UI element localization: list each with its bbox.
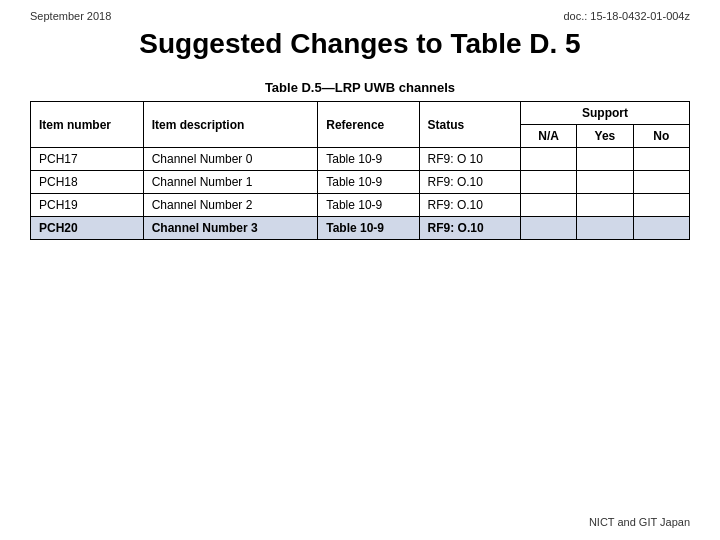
table-caption-area: Table D.5—LRP UWB channels: [30, 80, 690, 95]
cell-na: [520, 148, 576, 171]
table-body: PCH17Channel Number 0Table 10-9RF9: O 10…: [31, 148, 690, 240]
cell-reference: Table 10-9: [318, 148, 419, 171]
cell-status: RF9: O.10: [419, 171, 520, 194]
header-date: September 2018: [30, 10, 111, 22]
cell-item-number: PCH20: [31, 217, 144, 240]
cell-item-number: PCH17: [31, 148, 144, 171]
col-yes: Yes: [577, 125, 633, 148]
table-row: PCH20Channel Number 3Table 10-9RF9: O.10: [31, 217, 690, 240]
cell-na: [520, 217, 576, 240]
table-row: PCH18Channel Number 1Table 10-9RF9: O.10: [31, 171, 690, 194]
cell-item-desc: Channel Number 0: [143, 148, 318, 171]
table-row: PCH19Channel Number 2Table 10-9RF9: O.10: [31, 194, 690, 217]
col-no: No: [633, 125, 689, 148]
cell-na: [520, 171, 576, 194]
col-item-desc: Item description: [143, 102, 318, 148]
table-caption: Table D.5—LRP UWB channels: [265, 80, 455, 95]
cell-no: [633, 148, 689, 171]
cell-reference: Table 10-9: [318, 217, 419, 240]
col-support: Support: [520, 102, 689, 125]
cell-yes: [577, 217, 633, 240]
table-row: PCH17Channel Number 0Table 10-9RF9: O 10: [31, 148, 690, 171]
cell-status: RF9: O.10: [419, 194, 520, 217]
cell-item-number: PCH19: [31, 194, 144, 217]
cell-no: [633, 217, 689, 240]
header-row-support: Item number Item description Reference S…: [31, 102, 690, 125]
cell-yes: [577, 148, 633, 171]
col-na: N/A: [520, 125, 576, 148]
page-title: Suggested Changes to Table D. 5: [30, 28, 690, 60]
header: September 2018 doc.: 15-18-0432-01-004z: [30, 10, 690, 22]
cell-reference: Table 10-9: [318, 194, 419, 217]
cell-na: [520, 194, 576, 217]
col-status: Status: [419, 102, 520, 148]
col-item-number: Item number: [31, 102, 144, 148]
cell-item-desc: Channel Number 3: [143, 217, 318, 240]
cell-yes: [577, 171, 633, 194]
footer: NICT and GIT Japan: [589, 516, 690, 528]
cell-status: RF9: O 10: [419, 148, 520, 171]
cell-reference: Table 10-9: [318, 171, 419, 194]
cell-no: [633, 171, 689, 194]
header-doc: doc.: 15-18-0432-01-004z: [563, 10, 690, 22]
cell-yes: [577, 194, 633, 217]
col-reference: Reference: [318, 102, 419, 148]
cell-item-number: PCH18: [31, 171, 144, 194]
table-wrapper: Item number Item description Reference S…: [30, 101, 690, 240]
cell-item-desc: Channel Number 2: [143, 194, 318, 217]
cell-no: [633, 194, 689, 217]
main-table: Item number Item description Reference S…: [30, 101, 690, 240]
cell-status: RF9: O.10: [419, 217, 520, 240]
page: September 2018 doc.: 15-18-0432-01-004z …: [0, 0, 720, 540]
cell-item-desc: Channel Number 1: [143, 171, 318, 194]
